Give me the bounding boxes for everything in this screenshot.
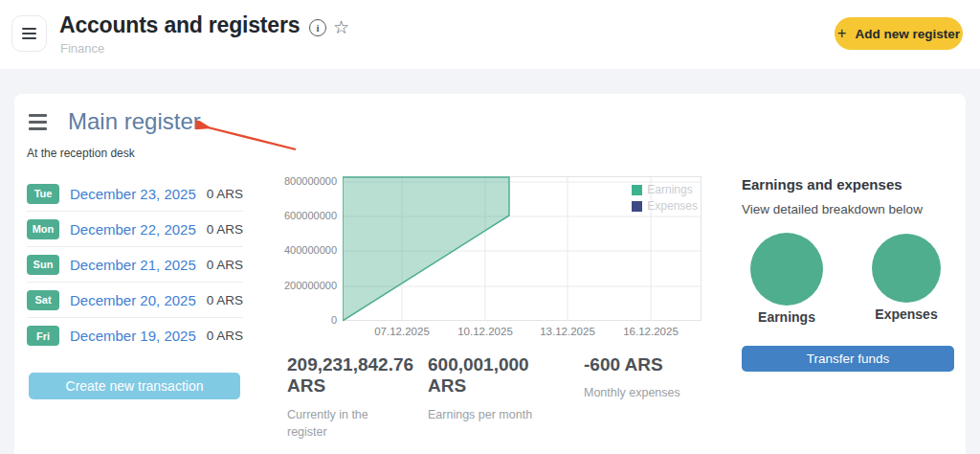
- add-new-register-button[interactable]: + Add new register: [835, 17, 963, 50]
- day-list: Tue December 23, 2025 0 ARS Mon December…: [27, 176, 243, 353]
- y-tick: 200000000: [284, 280, 337, 291]
- list-item: Fri December 19, 2025 0 ARS: [27, 318, 243, 353]
- register-subtitle: At the reception desk: [27, 147, 135, 160]
- stat-current-balance: 209,231,842.76 ARS Currently in the regi…: [287, 354, 431, 441]
- day-amount: 0 ARS: [207, 329, 243, 343]
- day-amount: 0 ARS: [207, 293, 243, 307]
- x-tick: 16.12.2025: [612, 326, 689, 337]
- info-icon[interactable]: i: [309, 19, 326, 36]
- day-date-link[interactable]: December 19, 2025: [70, 328, 207, 344]
- day-date-link[interactable]: December 20, 2025: [70, 292, 207, 308]
- register-card: Main register At the reception desk Tue …: [14, 94, 966, 454]
- day-amount: 0 ARS: [207, 222, 243, 237]
- x-tick: 10.12.2025: [447, 326, 523, 337]
- y-tick: 600000000: [284, 210, 337, 221]
- day-date-link[interactable]: December 23, 2025: [70, 186, 207, 202]
- stat-monthly-earnings: 600,001,000 ARS Earnings per month: [428, 354, 552, 423]
- day-date-link[interactable]: December 22, 2025: [70, 221, 207, 238]
- pie-label-earnings: Earnings: [748, 309, 825, 325]
- stat-value: -600 ARS: [584, 354, 737, 375]
- day-badge: Sun: [27, 255, 59, 275]
- stat-value: 600,001,000 ARS: [428, 354, 552, 397]
- breakdown-panel: Earnings and expenses View detailed brea…: [742, 176, 969, 387]
- legend-item-expenses[interactable]: Expenses: [632, 199, 698, 213]
- earnings-pie-chart[interactable]: [750, 233, 823, 306]
- register-title[interactable]: Main register: [68, 108, 201, 135]
- plus-icon: +: [837, 25, 846, 42]
- day-badge: Mon: [27, 219, 59, 239]
- chart-legend: Earnings Expenses: [632, 183, 698, 213]
- legend-label: Expenses: [647, 199, 698, 213]
- expenses-swatch-icon: [632, 201, 642, 212]
- breakdown-title: Earnings and expenses: [742, 176, 969, 193]
- stat-caption: Currently in the register: [287, 406, 392, 441]
- earnings-area-series: [343, 177, 509, 321]
- stat-caption: Monthly expenses: [584, 384, 737, 401]
- day-date-link[interactable]: December 21, 2025: [70, 257, 207, 273]
- list-item: Sun December 21, 2025 0 ARS: [27, 247, 243, 283]
- earnings-expenses-chart: 800000000 600000000 400000000 200000000 …: [285, 176, 708, 338]
- legend-item-earnings[interactable]: Earnings: [632, 183, 698, 196]
- hamburger-menu-button[interactable]: [11, 15, 47, 52]
- day-badge: Tue: [27, 184, 59, 204]
- day-amount: 0 ARS: [207, 258, 243, 272]
- pie-label-expenses: Expenses: [868, 306, 945, 322]
- day-badge: Sat: [27, 290, 59, 310]
- star-icon[interactable]: ☆: [333, 15, 349, 41]
- x-tick: 07.12.2025: [364, 326, 440, 337]
- register-drag-handle-icon[interactable]: [29, 114, 47, 130]
- breadcrumb-finance: Finance: [60, 41, 104, 56]
- list-item: Sat December 20, 2025 0 ARS: [27, 283, 243, 318]
- page-title: Accounts and registers: [59, 12, 300, 38]
- annotation-arrow: [196, 121, 303, 155]
- day-amount: 0 ARS: [207, 187, 243, 201]
- create-new-transaction-button[interactable]: Create new transaction: [29, 373, 240, 399]
- y-tick: 800000000: [284, 175, 337, 187]
- y-tick: 400000000: [284, 244, 337, 256]
- chart-y-axis: 800000000 600000000 400000000 200000000 …: [285, 176, 343, 321]
- chart-plot-area: Earnings Expenses: [343, 176, 702, 321]
- app-header: Accounts and registers Finance i ☆ + Add…: [0, 0, 980, 69]
- stat-value: 209,231,842.76 ARS: [287, 354, 431, 397]
- earnings-swatch-icon: [632, 185, 642, 195]
- expenses-pie-chart[interactable]: [872, 234, 941, 303]
- y-tick: 0: [331, 314, 337, 326]
- day-badge: Fri: [27, 326, 59, 346]
- list-item: Tue December 23, 2025 0 ARS: [27, 176, 243, 212]
- x-tick: 13.12.2025: [529, 326, 606, 337]
- chart-x-axis: 07.12.2025 10.12.2025 13.12.2025 16.12.2…: [343, 321, 702, 338]
- stat-monthly-expenses: -600 ARS Monthly expenses: [584, 354, 737, 402]
- legend-label: Earnings: [647, 183, 692, 196]
- transfer-funds-button[interactable]: Transfer funds: [742, 346, 954, 372]
- breakdown-subtitle: View detailed breakdown below: [742, 202, 969, 216]
- list-item: Mon December 22, 2025 0 ARS: [27, 212, 243, 247]
- stat-caption: Earnings per month: [428, 406, 552, 423]
- add-new-register-label: Add new register: [855, 27, 960, 41]
